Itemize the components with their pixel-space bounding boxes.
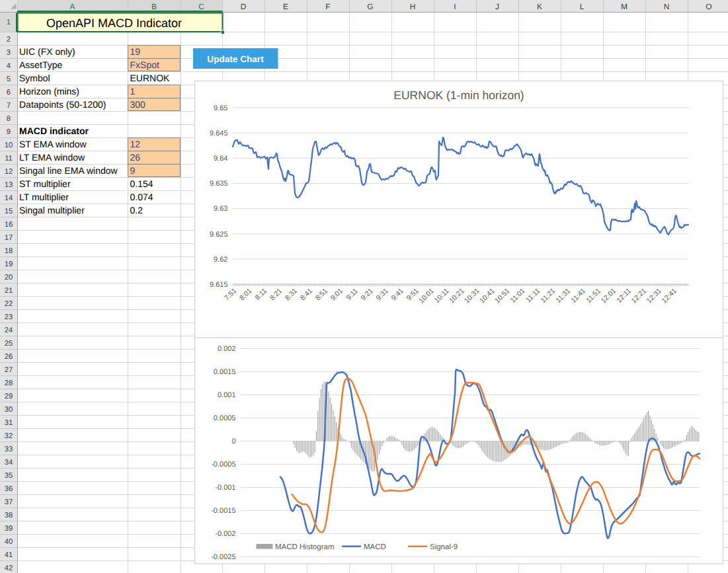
svg-text:E: E bbox=[283, 2, 288, 11]
svg-text:Symbol: Symbol bbox=[19, 73, 50, 83]
svg-text:K: K bbox=[537, 2, 542, 11]
svg-text:0.074: 0.074 bbox=[130, 192, 153, 202]
svg-text:0.2: 0.2 bbox=[130, 205, 143, 215]
svg-text:AssetType: AssetType bbox=[19, 59, 63, 70]
svg-text:MACD Histogram: MACD Histogram bbox=[275, 543, 334, 551]
svg-text:F: F bbox=[325, 2, 330, 11]
svg-text:2: 2 bbox=[7, 36, 11, 44]
svg-text:1: 1 bbox=[7, 19, 11, 26]
svg-text:0.002: 0.002 bbox=[218, 345, 236, 353]
svg-text:C: C bbox=[198, 2, 204, 11]
svg-text:OpenAPI MACD Indicator: OpenAPI MACD Indicator bbox=[46, 17, 182, 30]
svg-text:24: 24 bbox=[5, 326, 13, 334]
svg-text:17: 17 bbox=[5, 234, 13, 242]
svg-text:6: 6 bbox=[7, 89, 11, 96]
svg-text:N: N bbox=[664, 2, 670, 11]
svg-text:G: G bbox=[367, 2, 373, 11]
svg-text:3: 3 bbox=[7, 49, 11, 57]
svg-text:26: 26 bbox=[5, 353, 13, 361]
svg-text:-0.0015: -0.0015 bbox=[211, 507, 235, 515]
svg-text:9: 9 bbox=[7, 128, 11, 136]
svg-text:29: 29 bbox=[5, 393, 13, 401]
svg-text:-0.0005: -0.0005 bbox=[211, 461, 235, 469]
svg-text:MACD indicator: MACD indicator bbox=[19, 126, 89, 136]
svg-text:9.62: 9.62 bbox=[214, 256, 227, 264]
svg-text:O: O bbox=[706, 2, 711, 11]
svg-text:37: 37 bbox=[5, 498, 13, 506]
svg-text:31: 31 bbox=[5, 419, 13, 427]
svg-text:9.64: 9.64 bbox=[214, 155, 227, 163]
svg-text:19: 19 bbox=[130, 46, 141, 57]
svg-text:32: 32 bbox=[5, 432, 13, 440]
svg-text:Signal-9: Signal-9 bbox=[430, 543, 458, 551]
svg-text:9.615: 9.615 bbox=[210, 281, 228, 289]
svg-text:25: 25 bbox=[5, 340, 13, 348]
svg-text:16: 16 bbox=[5, 221, 13, 229]
svg-text:-0.001: -0.001 bbox=[215, 484, 235, 492]
svg-text:41: 41 bbox=[5, 551, 13, 559]
svg-text:26: 26 bbox=[130, 152, 141, 163]
svg-text:Datapoints (50-1200): Datapoints (50-1200) bbox=[19, 99, 106, 110]
svg-text:B: B bbox=[151, 2, 157, 11]
svg-text:12: 12 bbox=[130, 139, 141, 149]
svg-text:39: 39 bbox=[5, 525, 13, 533]
svg-text:10: 10 bbox=[5, 141, 13, 149]
svg-text:0.0005: 0.0005 bbox=[214, 414, 236, 422]
svg-text:15: 15 bbox=[5, 208, 13, 215]
svg-text:34: 34 bbox=[5, 459, 13, 467]
svg-text:9.635: 9.635 bbox=[210, 180, 228, 188]
svg-text:13: 13 bbox=[5, 181, 13, 189]
svg-text:D: D bbox=[241, 2, 247, 11]
svg-text:MACD: MACD bbox=[364, 543, 386, 551]
svg-text:20: 20 bbox=[5, 274, 13, 282]
svg-text:9.65: 9.65 bbox=[214, 104, 227, 112]
svg-text:4: 4 bbox=[7, 62, 11, 70]
svg-text:UIC (FX only): UIC (FX only) bbox=[19, 46, 75, 57]
svg-text:EURNOK (1-min horizon): EURNOK (1-min horizon) bbox=[393, 89, 524, 102]
svg-text:9.63: 9.63 bbox=[214, 205, 227, 213]
svg-text:A: A bbox=[69, 2, 75, 11]
svg-text:-0.0025: -0.0025 bbox=[211, 553, 235, 561]
svg-text:Singal multiplier: Singal multiplier bbox=[19, 205, 85, 215]
svg-text:L: L bbox=[580, 2, 585, 11]
svg-text:40: 40 bbox=[5, 538, 13, 546]
svg-text:38: 38 bbox=[5, 512, 13, 519]
svg-text:J: J bbox=[495, 2, 499, 11]
svg-text:LT EMA window: LT EMA window bbox=[19, 152, 85, 163]
svg-text:33: 33 bbox=[5, 445, 13, 453]
svg-text:28: 28 bbox=[5, 379, 13, 387]
svg-text:Singal line EMA window: Singal line EMA window bbox=[19, 165, 118, 176]
svg-text:LT multiplier: LT multiplier bbox=[19, 192, 69, 202]
svg-text:12: 12 bbox=[5, 168, 13, 176]
svg-text:9: 9 bbox=[130, 165, 136, 176]
svg-text:27: 27 bbox=[5, 366, 13, 374]
svg-text:1: 1 bbox=[130, 86, 136, 96]
svg-text:Update Chart: Update Chart bbox=[207, 54, 264, 64]
svg-text:8: 8 bbox=[7, 115, 11, 123]
svg-text:42: 42 bbox=[5, 564, 13, 572]
svg-text:EURNOK: EURNOK bbox=[130, 73, 171, 83]
svg-text:ST EMA window: ST EMA window bbox=[19, 139, 87, 149]
svg-text:-0.002: -0.002 bbox=[215, 530, 235, 538]
svg-text:0.154: 0.154 bbox=[130, 178, 153, 189]
svg-text:7: 7 bbox=[7, 102, 11, 110]
svg-text:M: M bbox=[621, 2, 627, 11]
svg-text:18: 18 bbox=[5, 247, 13, 255]
svg-text:FxSpot: FxSpot bbox=[130, 59, 159, 70]
svg-text:I: I bbox=[454, 2, 456, 11]
svg-text:Horizon (mins): Horizon (mins) bbox=[19, 86, 79, 96]
svg-text:21: 21 bbox=[5, 287, 13, 295]
svg-text:0.0015: 0.0015 bbox=[214, 368, 236, 376]
svg-text:5: 5 bbox=[7, 75, 11, 83]
svg-text:36: 36 bbox=[5, 485, 13, 493]
svg-text:300: 300 bbox=[130, 99, 146, 110]
svg-text:9.645: 9.645 bbox=[210, 130, 228, 137]
svg-text:23: 23 bbox=[5, 313, 13, 321]
svg-text:35: 35 bbox=[5, 472, 13, 480]
svg-text:ST multiplier: ST multiplier bbox=[19, 178, 71, 189]
svg-text:14: 14 bbox=[5, 194, 13, 202]
svg-text:H: H bbox=[410, 2, 416, 11]
svg-text:11: 11 bbox=[5, 155, 13, 163]
svg-text:9.625: 9.625 bbox=[210, 231, 228, 239]
svg-text:22: 22 bbox=[5, 300, 13, 308]
